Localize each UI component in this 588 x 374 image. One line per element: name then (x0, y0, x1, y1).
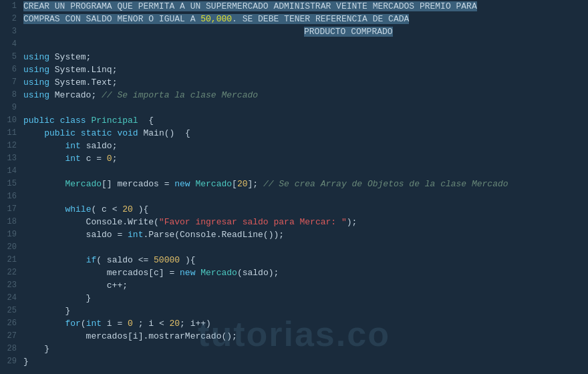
line-number-8: 8 (0, 89, 23, 102)
highlight-text-2: COMPRAS CON SALDO MENOR O IGUAL A 50,000… (23, 14, 409, 24)
code-line-10: 10 public class Principal { (0, 114, 588, 127)
line-number-20: 20 (0, 241, 23, 254)
line-number-5: 5 (0, 51, 23, 63)
code-line-12: 12 int saldo; (0, 140, 588, 152)
code-editor: 1 CREAR UN PROGRAMA QUE PERMITA A UN SUP… (0, 0, 588, 374)
line-content-19: saldo = int.Parse(Console.ReadLine()); (23, 228, 588, 241)
line-number-16: 16 (0, 190, 23, 203)
line-number-15: 15 (0, 178, 23, 190)
line-content-25: } (23, 305, 588, 317)
code-line-14: 14 (0, 165, 588, 178)
line-number-24: 24 (0, 292, 23, 305)
code-line-2: 2 COMPRAS CON SALDO MENOR O IGUAL A 50,0… (0, 13, 588, 25)
code-line-27: 27 mercados[i].mostrarMercado(); (0, 330, 588, 343)
highlight-text-3: PRODUCTO COMPRADO (304, 27, 393, 37)
line-content-16 (23, 190, 588, 203)
line-number-3: 3 (0, 25, 23, 38)
line-content-18: Console.Write("Favor ingresar saldo para… (23, 216, 588, 228)
line-number-25: 25 (0, 305, 23, 317)
line-content-7: using System.Text; (23, 76, 588, 89)
code-line-9: 9 (0, 102, 588, 114)
code-line-4: 4 (0, 38, 588, 51)
line-content-26: for(int i = 0 ; i < 20; i++) (23, 317, 588, 330)
line-number-1: 1 (0, 0, 23, 13)
line-content-11: public static void Main() { (23, 127, 588, 140)
line-content-12: int saldo; (23, 140, 588, 152)
line-number-17: 17 (0, 203, 23, 216)
code-line-28: 28 } (0, 343, 588, 355)
line-number-22: 22 (0, 266, 23, 279)
code-line-26: 26 for(int i = 0 ; i < 20; i++) (0, 317, 588, 330)
line-content-29: } (23, 355, 588, 368)
line-number-28: 28 (0, 343, 23, 355)
line-number-10: 10 (0, 114, 23, 127)
line-content-22: mercados[c] = new Mercado(saldo); (23, 266, 588, 279)
line-content-2: COMPRAS CON SALDO MENOR O IGUAL A 50,000… (23, 13, 588, 25)
code-line-23: 23 c++; (0, 279, 588, 292)
highlight-text-1: CREAR UN PROGRAMA QUE PERMITA A UN SUPER… (23, 1, 477, 11)
line-content-15: Mercado[] mercados = new Mercado[20]; //… (23, 178, 588, 190)
line-content-1: CREAR UN PROGRAMA QUE PERMITA A UN SUPER… (23, 0, 588, 13)
code-line-5: 5 using System; (0, 51, 588, 63)
code-line-18: 18 Console.Write("Favor ingresar saldo p… (0, 216, 588, 228)
code-line-8: 8 using Mercado; // Se importa la clase … (0, 89, 588, 102)
line-number-27: 27 (0, 330, 23, 343)
code-line-22: 22 mercados[c] = new Mercado(saldo); (0, 266, 588, 279)
code-line-17: 17 while( c < 20 ){ (0, 203, 588, 216)
line-content-20 (23, 241, 588, 254)
code-line-1: 1 CREAR UN PROGRAMA QUE PERMITA A UN SUP… (0, 0, 588, 13)
line-content-13: int c = 0; (23, 152, 588, 165)
line-number-26: 26 (0, 317, 23, 330)
code-line-15: 15 Mercado[] mercados = new Mercado[20];… (0, 178, 588, 190)
line-number-6: 6 (0, 63, 23, 76)
line-number-2: 2 (0, 13, 23, 25)
line-number-11: 11 (0, 127, 23, 140)
line-number-7: 7 (0, 76, 23, 89)
code-line-11: 11 public static void Main() { (0, 127, 588, 140)
line-number-13: 13 (0, 152, 23, 165)
line-content-5: using System; (23, 51, 588, 63)
code-line-6: 6 using System.Linq; (0, 63, 588, 76)
line-content-17: while( c < 20 ){ (23, 203, 588, 216)
line-number-18: 18 (0, 216, 23, 228)
line-content-4 (23, 38, 588, 51)
code-line-20: 20 (0, 241, 588, 254)
code-line-29: 29 } (0, 355, 588, 368)
line-content-23: c++; (23, 279, 588, 292)
line-content-6: using System.Linq; (23, 63, 588, 76)
line-content-14 (23, 165, 588, 178)
code-line-13: 13 int c = 0; (0, 152, 588, 165)
line-number-9: 9 (0, 102, 23, 114)
line-content-3: PRODUCTO COMPRADO (23, 25, 588, 38)
line-content-10: public class Principal { (23, 114, 588, 127)
code-line-21: 21 if( saldo <= 50000 ){ (0, 254, 588, 266)
line-content-8: using Mercado; // Se importa la clase Me… (23, 89, 588, 102)
line-number-29: 29 (0, 355, 23, 368)
code-line-24: 24 } (0, 292, 588, 305)
line-content-28: } (23, 343, 588, 355)
line-content-24: } (23, 292, 588, 305)
line-number-23: 23 (0, 279, 23, 292)
line-number-12: 12 (0, 140, 23, 152)
line-content-21: if( saldo <= 50000 ){ (23, 254, 588, 266)
code-line-19: 19 saldo = int.Parse(Console.ReadLine())… (0, 228, 588, 241)
code-line-7: 7 using System.Text; (0, 76, 588, 89)
code-line-3: 3 PRODUCTO COMPRADO (0, 25, 588, 38)
code-line-16: 16 (0, 190, 588, 203)
line-number-4: 4 (0, 38, 23, 51)
line-number-14: 14 (0, 165, 23, 178)
code-line-25: 25 } (0, 305, 588, 317)
line-content-9 (23, 102, 588, 114)
line-number-21: 21 (0, 254, 23, 266)
line-number-19: 19 (0, 228, 23, 241)
line-content-27: mercados[i].mostrarMercado(); (23, 330, 588, 343)
